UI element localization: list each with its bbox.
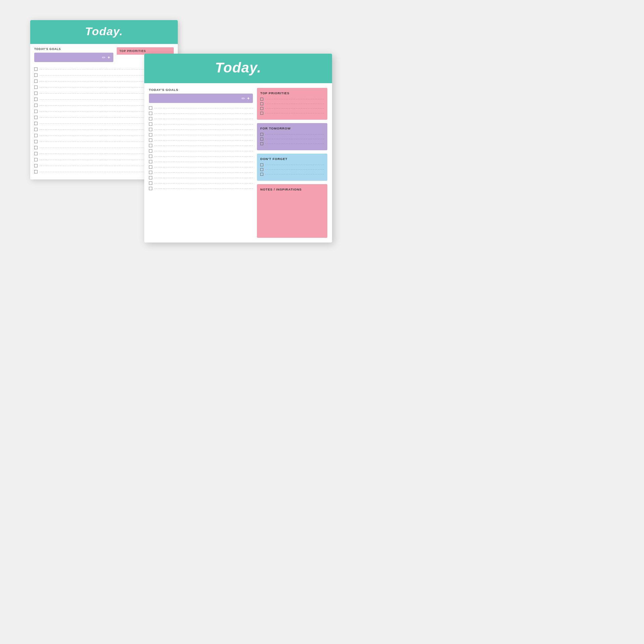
list-item xyxy=(260,173,324,176)
checkbox[interactable] xyxy=(260,168,263,171)
checkbox[interactable] xyxy=(260,112,263,115)
top-priorities-section: TOP PRIORITIES xyxy=(257,88,327,120)
checkbox[interactable] xyxy=(34,98,38,101)
list-item xyxy=(260,142,324,145)
front-left-column: TODAY'S GOALS ✏ ✦ xyxy=(149,88,253,238)
line xyxy=(154,156,253,157)
list-item xyxy=(149,181,253,185)
checkbox[interactable] xyxy=(34,146,38,149)
line xyxy=(265,104,324,104)
line xyxy=(154,172,253,173)
checkbox[interactable] xyxy=(34,73,38,77)
line xyxy=(265,113,324,113)
back-card-title: Today. xyxy=(36,25,172,38)
checkbox[interactable] xyxy=(34,164,38,167)
checkbox[interactable] xyxy=(34,170,38,173)
dont-forget-section: DON'T FORGET xyxy=(257,154,327,181)
front-card-title: Today. xyxy=(151,60,325,76)
checkbox[interactable] xyxy=(149,187,152,190)
back-goals-section: TODAY'S GOALS ✏ ✦ xyxy=(34,47,113,65)
line xyxy=(154,108,253,108)
front-card: Today. TODAY'S GOALS ✏ ✦ xyxy=(144,54,332,243)
line xyxy=(265,144,324,144)
checkbox[interactable] xyxy=(34,104,38,107)
checkbox[interactable] xyxy=(34,79,38,83)
checkbox[interactable] xyxy=(149,176,152,179)
list-item xyxy=(260,133,324,136)
line xyxy=(154,183,253,183)
checkbox[interactable] xyxy=(34,122,38,125)
notes-section: NOTES / INSPIRATIONS xyxy=(257,184,327,238)
back-goals-label: TODAY'S GOALS xyxy=(34,47,113,51)
checkbox[interactable] xyxy=(260,133,263,136)
checkbox[interactable] xyxy=(34,158,38,161)
list-item xyxy=(149,160,253,163)
checkbox[interactable] xyxy=(260,98,263,101)
checkbox[interactable] xyxy=(34,110,38,113)
checkbox[interactable] xyxy=(260,173,263,176)
front-right-column: TOP PRIORITIES FOR TOMORROW DON'T FORGET xyxy=(257,88,327,238)
front-goals-label: TODAY'S GOALS xyxy=(149,88,253,92)
front-card-header: Today. xyxy=(144,54,332,83)
back-priorities-label: TOP PRIORITIES xyxy=(119,49,171,53)
checkbox[interactable] xyxy=(260,102,263,105)
line xyxy=(154,151,253,151)
line xyxy=(154,135,253,135)
checkbox[interactable] xyxy=(260,163,263,166)
checkbox[interactable] xyxy=(149,160,152,163)
checkbox[interactable] xyxy=(34,67,38,71)
checkbox[interactable] xyxy=(149,155,152,158)
list-item xyxy=(260,107,324,110)
list-item xyxy=(149,122,253,126)
back-pencil-icon: ✏ ✦ xyxy=(102,55,111,60)
list-item xyxy=(149,187,253,190)
checkbox[interactable] xyxy=(149,139,152,142)
line xyxy=(154,119,253,119)
line xyxy=(265,165,324,165)
line xyxy=(154,113,253,114)
scene: Today. TODAY'S GOALS ✏ ✦ TOP PRIORITIES xyxy=(30,20,332,342)
for-tomorrow-section: FOR TOMORROW xyxy=(257,123,327,150)
checkbox[interactable] xyxy=(34,86,38,89)
line xyxy=(154,140,253,141)
front-card-body: TODAY'S GOALS ✏ ✦ xyxy=(144,83,332,243)
line xyxy=(154,178,253,178)
checkbox[interactable] xyxy=(149,133,152,137)
line xyxy=(265,139,324,139)
list-item xyxy=(149,165,253,169)
top-priorities-label: TOP PRIORITIES xyxy=(260,91,324,95)
list-item xyxy=(149,171,253,174)
checkbox[interactable] xyxy=(260,107,263,110)
checkbox[interactable] xyxy=(149,171,152,174)
list-item xyxy=(260,112,324,115)
checkbox[interactable] xyxy=(260,138,263,141)
line xyxy=(265,99,324,99)
checkbox[interactable] xyxy=(34,116,38,119)
checkbox[interactable] xyxy=(149,165,152,169)
line xyxy=(154,162,253,162)
list-item xyxy=(149,149,253,153)
line xyxy=(154,129,253,130)
list-item xyxy=(149,139,253,142)
checkbox[interactable] xyxy=(260,142,263,145)
back-purple-bar: ✏ ✦ xyxy=(34,53,113,62)
list-item xyxy=(149,144,253,147)
checkbox[interactable] xyxy=(34,92,38,95)
checkbox[interactable] xyxy=(149,128,152,131)
notes-label: NOTES / INSPIRATIONS xyxy=(260,187,324,191)
checkbox[interactable] xyxy=(34,140,38,143)
list-item xyxy=(149,112,253,115)
checkbox[interactable] xyxy=(149,112,152,115)
list-item xyxy=(149,155,253,158)
checkbox[interactable] xyxy=(34,152,38,155)
checkbox[interactable] xyxy=(149,149,152,153)
front-purple-bar: ✏ ✦ xyxy=(149,94,253,103)
checkbox[interactable] xyxy=(34,134,38,137)
checkbox[interactable] xyxy=(149,117,152,120)
checkbox[interactable] xyxy=(149,122,152,126)
checkbox[interactable] xyxy=(149,106,152,110)
front-checkbox-list xyxy=(149,106,253,190)
checkbox[interactable] xyxy=(34,128,38,131)
checkbox[interactable] xyxy=(149,181,152,185)
checkbox[interactable] xyxy=(149,144,152,147)
